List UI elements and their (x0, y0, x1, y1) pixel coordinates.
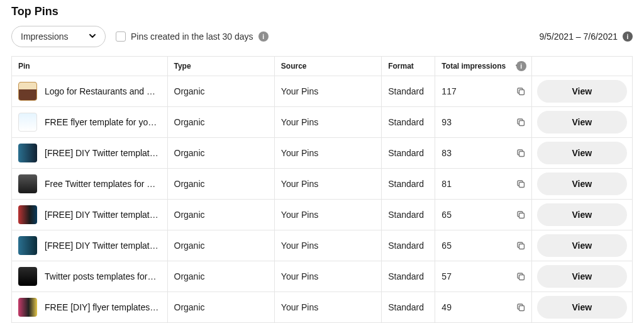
view-button[interactable]: View (537, 203, 627, 226)
pin-thumbnail[interactable] (18, 144, 37, 162)
view-button[interactable]: View (537, 142, 627, 164)
info-icon[interactable]: i (623, 31, 633, 42)
format-cell: Standard (382, 230, 435, 261)
copy-icon[interactable] (516, 272, 525, 281)
pin-thumbnail[interactable] (18, 236, 37, 255)
source-cell: Your Pins (274, 200, 381, 230)
table-row: [FREE] DIY Twitter templat…OrganicYour P… (12, 138, 633, 169)
pin-title[interactable]: [FREE] DIY Twitter templat… (45, 241, 158, 251)
action-cell: View (531, 138, 632, 169)
impressions-cell: 65 (435, 230, 531, 261)
table-row: FREE flyer template for yo…OrganicYour P… (12, 107, 633, 138)
format-cell: Standard (382, 169, 435, 200)
pin-thumbnail[interactable] (18, 298, 37, 317)
impressions-value: 57 (441, 271, 452, 281)
impressions-cell: 81 (435, 169, 531, 200)
pin-thumbnail[interactable] (18, 113, 37, 132)
pin-title[interactable]: FREE [DIY] flyer templates … (45, 302, 161, 312)
impressions-cell: 93 (435, 107, 531, 138)
info-icon[interactable]: i (516, 61, 526, 71)
chevron-down-icon (89, 31, 96, 42)
pin-thumbnail[interactable] (18, 205, 37, 224)
impressions-value: 83 (441, 148, 452, 158)
recent-pins-label: Pins created in the last 30 days (131, 31, 253, 42)
svg-rect-9 (519, 213, 524, 218)
type-cell: Organic (167, 292, 274, 323)
pin-title[interactable]: Twitter posts templates for… (45, 271, 156, 281)
date-range[interactable]: 9/5/2021 – 7/6/2021 i (539, 31, 633, 42)
source-cell: Your Pins (274, 107, 381, 138)
format-cell: Standard (382, 138, 435, 169)
action-cell: View (531, 292, 632, 323)
impressions-value: 93 (441, 117, 452, 127)
col-header-format[interactable]: Format (382, 57, 435, 76)
copy-icon[interactable] (516, 87, 525, 96)
pin-title[interactable]: [FREE] DIY Twitter templat… (45, 148, 158, 158)
table-row: Logo for Restaurants and …OrganicYour Pi… (12, 76, 633, 107)
col-header-pin[interactable]: Pin (12, 57, 168, 76)
type-cell: Organic (167, 169, 274, 200)
col-header-impressions[interactable]: Total impressions i (435, 57, 531, 76)
impressions-value: 65 (441, 210, 452, 220)
impressions-value: 117 (441, 86, 456, 96)
pin-cell: Logo for Restaurants and … (12, 76, 168, 107)
type-cell: Organic (167, 261, 274, 292)
view-button[interactable]: View (537, 265, 627, 288)
format-cell: Standard (382, 76, 435, 107)
view-button[interactable]: View (537, 173, 627, 195)
pin-cell: Free Twitter templates for … (12, 169, 168, 200)
type-cell: Organic (167, 230, 274, 261)
type-cell: Organic (167, 107, 274, 138)
svg-rect-5 (519, 152, 524, 157)
view-button[interactable]: View (537, 111, 627, 133)
copy-icon[interactable] (516, 210, 525, 219)
source-cell: Your Pins (274, 169, 381, 200)
source-cell: Your Pins (274, 292, 381, 323)
pin-title[interactable]: Logo for Restaurants and … (45, 86, 155, 96)
view-button[interactable]: View (537, 234, 627, 257)
table-row: [FREE] DIY Twitter templat…OrganicYour P… (12, 200, 633, 230)
pin-cell: [FREE] DIY Twitter templat… (12, 138, 168, 169)
copy-icon[interactable] (516, 303, 525, 312)
pin-title[interactable]: FREE flyer template for yo… (45, 117, 157, 127)
format-cell: Standard (382, 200, 435, 230)
pin-title[interactable]: [FREE] DIY Twitter templat… (45, 210, 158, 220)
impressions-cell: 65 (435, 200, 531, 230)
source-cell: Your Pins (274, 261, 381, 292)
recent-pins-checkbox[interactable] (116, 31, 126, 42)
copy-icon[interactable] (516, 149, 525, 157)
copy-icon[interactable] (516, 118, 525, 127)
recent-pins-checkbox-wrap[interactable]: Pins created in the last 30 days i (116, 31, 269, 42)
action-cell: View (531, 169, 632, 200)
pin-cell: [FREE] DIY Twitter templat… (12, 230, 168, 261)
table-row: Free Twitter templates for …OrganicYour … (12, 169, 633, 200)
action-cell: View (531, 261, 632, 292)
pin-thumbnail[interactable] (18, 267, 37, 286)
date-range-text: 9/5/2021 – 7/6/2021 (539, 31, 618, 42)
view-button[interactable]: View (537, 296, 627, 319)
impressions-value: 81 (441, 179, 452, 189)
view-button[interactable]: View (537, 80, 627, 103)
impressions-value: 49 (441, 302, 452, 312)
info-icon[interactable]: i (258, 31, 269, 42)
copy-icon[interactable] (516, 241, 525, 250)
pin-thumbnail[interactable] (18, 174, 37, 193)
pin-thumbnail[interactable] (18, 82, 37, 101)
top-pins-table: Pin Type Source Format Total impressions… (11, 56, 633, 323)
col-header-source[interactable]: Source (274, 57, 381, 76)
format-cell: Standard (382, 107, 435, 138)
col-header-impressions-label: Total impressions (441, 62, 506, 71)
col-header-type[interactable]: Type (167, 57, 274, 76)
type-cell: Organic (167, 200, 274, 230)
page-title: Top Pins (11, 5, 633, 18)
metric-dropdown[interactable]: Impressions (11, 26, 106, 47)
action-cell: View (531, 107, 632, 138)
pin-cell: [FREE] DIY Twitter templat… (12, 200, 168, 230)
metric-dropdown-label: Impressions (21, 31, 68, 42)
copy-icon[interactable] (516, 179, 525, 188)
svg-rect-7 (519, 183, 524, 188)
svg-rect-3 (519, 121, 524, 126)
pin-cell: Twitter posts templates for… (12, 261, 168, 292)
type-cell: Organic (167, 138, 274, 169)
pin-title[interactable]: Free Twitter templates for … (45, 179, 155, 189)
